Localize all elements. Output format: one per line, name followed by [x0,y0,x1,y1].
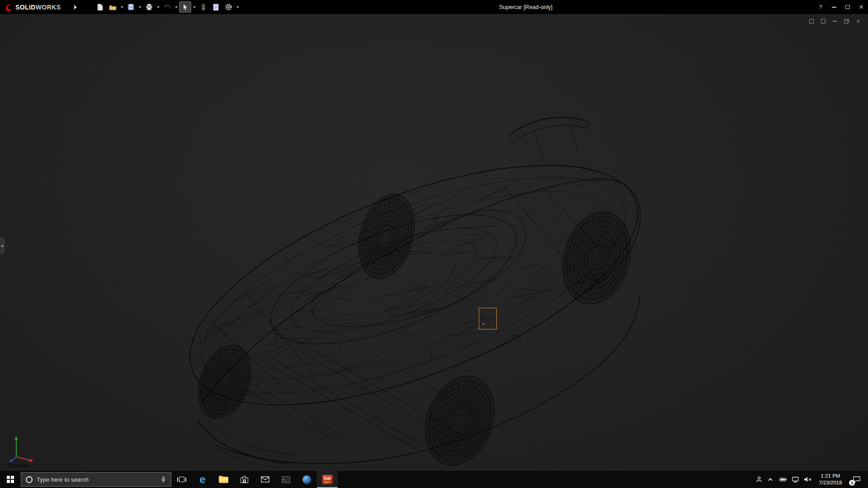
pane-icon [821,19,826,23]
graphics-viewport[interactable]: × + *Dimetric ◄ [0,14,868,471]
selection-cursor-icon: + [482,321,485,326]
taskbar-solidworks-button[interactable]: SW 2017 [317,471,338,488]
solidworks-app-icon: SW 2017 [322,475,333,484]
taskbar-command-prompt-button[interactable]: >_ [275,471,296,488]
taskbar-search-box[interactable] [21,472,171,487]
document-window-controls: × [808,18,862,24]
wireframe-car-model [0,14,868,471]
open-dropdown-arrow[interactable] [119,1,124,13]
select-button[interactable] [179,1,191,13]
menu-expand-arrow[interactable] [74,5,77,9]
clock-date: 7/23/2018 [814,479,847,486]
close-button[interactable]: × [854,0,868,14]
task-view-icon [177,477,186,482]
pane-icon [809,19,814,23]
show-hidden-icons-button[interactable] [765,471,777,488]
windows-logo-icon [7,476,14,483]
search-input[interactable] [37,476,156,483]
gear-icon [225,3,232,11]
open-button[interactable] [107,1,119,13]
solidworks-logo: SOLIDWORKS [0,3,71,12]
wheel-wireframe [189,338,261,426]
new-document-button[interactable] [94,1,106,13]
taskbar-store-button[interactable] [234,471,255,488]
chevron-up-icon [768,478,773,482]
notification-badge: 3 [849,480,855,486]
undo-icon [164,4,171,10]
options-dropdown-arrow[interactable] [235,1,240,13]
close-icon: × [859,4,863,11]
volume-muted-icon [803,476,812,483]
main-toolbar [94,1,240,13]
wheel-wireframe [349,188,424,286]
clock-time: 1:21 PM [814,473,847,479]
taskbar-sphere-app-button[interactable] [296,471,317,488]
doc-window-icon-1[interactable] [808,18,815,24]
document-title: Supercar [Read-only] [499,0,552,14]
network-button[interactable] [789,471,802,488]
help-button[interactable]: ? [814,0,827,14]
undo-button[interactable] [161,1,173,13]
save-dropdown-arrow[interactable] [137,1,142,13]
maximize-icon [845,5,850,9]
doc-close-icon: × [856,18,860,24]
windows-taskbar: e >_ SW 2017 [0,471,868,488]
options-button[interactable] [222,1,235,13]
doc-minimize-button[interactable] [831,18,838,24]
print-icon [146,4,153,10]
select-dropdown-arrow[interactable] [192,1,197,13]
logo-text-secondary: WORKS [36,4,61,11]
save-icon [127,4,134,10]
task-view-button[interactable] [171,471,192,488]
command-prompt-icon: >_ [282,476,290,483]
doc-restore-icon [844,19,849,23]
viewport-flyout-handle[interactable]: ◄ [0,238,4,253]
selection-box: + [479,308,497,329]
rebuild-button[interactable] [197,1,209,13]
solidworks-logo-icon [5,3,14,12]
minimize-button[interactable] [827,0,841,14]
battery-icon [779,476,787,483]
new-document-icon [97,4,104,11]
view-orientation-label: *Dimetric [6,462,30,469]
people-button[interactable] [753,471,765,488]
file-explorer-icon [219,476,228,483]
doc-close-button[interactable]: × [855,18,862,24]
action-center-button[interactable]: 3 [847,471,866,488]
rebuild-icon [201,4,206,11]
file-properties-icon [213,4,219,11]
window-controls: ? × [814,0,868,14]
people-icon [755,476,763,483]
wheel-wireframe [552,204,641,312]
mail-icon [261,476,269,483]
undo-dropdown-arrow[interactable] [174,1,179,13]
doc-window-icon-2[interactable] [820,18,826,24]
doc-restore-button[interactable] [843,18,850,24]
orientation-triad [7,433,39,463]
print-button[interactable] [143,1,155,13]
logo-text-primary: SOLID [15,4,36,11]
print-dropdown-arrow[interactable] [156,1,160,13]
taskbar-file-explorer-button[interactable] [213,471,234,488]
microphone-icon[interactable] [160,476,166,483]
sphere-app-icon [302,475,311,484]
open-folder-icon [109,4,117,10]
file-properties-button[interactable] [210,1,222,13]
store-icon [241,476,248,483]
maximize-button[interactable] [841,0,854,14]
wheel-wireframe [413,366,506,471]
select-cursor-icon [182,4,188,11]
save-button[interactable] [125,1,137,13]
start-button[interactable] [0,471,21,488]
system-tray: 1:21 PM 7/23/2018 3 [753,471,868,488]
doc-minimize-icon [833,21,837,22]
taskbar-mail-button[interactable] [255,471,275,488]
edge-icon: e [199,474,205,485]
taskbar-clock[interactable]: 1:21 PM 7/23/2018 [814,473,847,486]
battery-button[interactable] [777,471,789,488]
volume-button[interactable] [802,471,814,488]
cortana-icon [26,476,33,483]
minimize-icon [832,7,836,8]
taskbar-edge-button[interactable]: e [192,471,213,488]
network-icon [792,476,799,483]
